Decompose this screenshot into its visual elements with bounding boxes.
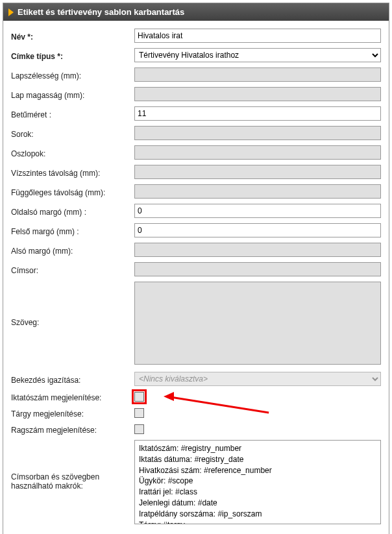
bottommargin-label: Alsó margó (mm): (11, 245, 134, 256)
dialog-title: Etikett és tértivevény sablon karbantart… (18, 7, 184, 17)
name-label: Név *: (11, 30, 134, 42)
macros-list[interactable]: Iktatószám: #registry_numberIktatás dátu… (134, 440, 381, 524)
titlebar: Etikett és tértivevény sablon karbantart… (3, 3, 389, 21)
macro-line: Jelenlegi dátum: #date (139, 498, 376, 509)
fontsize-input[interactable] (134, 106, 381, 121)
align-select[interactable]: <Nincs kiválasztva> (134, 372, 381, 386)
sidemargin-input[interactable] (134, 204, 381, 218)
hgap-label: Vízszintes távolság (mm): (11, 167, 134, 178)
width-label: Lapszélesség (mm): (11, 69, 134, 80)
macro-line: Tárgy: #targy (139, 520, 376, 524)
type-label: Címke típus *: (11, 50, 134, 61)
dialog: Etikett és tértivevény sablon karbantart… (3, 3, 389, 534)
name-input[interactable] (134, 29, 381, 43)
vgap-input[interactable] (134, 184, 381, 199)
topmargin-label: Felső margó (mm) : (11, 225, 134, 236)
rows-label: Sorok: (11, 128, 134, 139)
show-subject-label: Tárgy megjelenítése: (11, 407, 134, 419)
topmargin-input[interactable] (134, 223, 381, 237)
fontsize-label: Betűméret : (11, 108, 134, 119)
macro-line: Iktatószám: #registry_number (139, 443, 376, 454)
hgap-input[interactable] (134, 165, 381, 179)
macro-line: Hivatkozási szám: #reference_number (139, 465, 376, 476)
show-regnum-checkbox[interactable] (134, 392, 144, 402)
height-label: Lap magasság (mm): (11, 89, 134, 100)
macro-line: Irattári jel: #class (139, 487, 376, 498)
height-input[interactable] (134, 87, 381, 101)
sidemargin-label: Oldalsó margó (mm) : (11, 206, 134, 217)
align-label: Bekezdés igazítása: (11, 374, 134, 385)
show-subject-checkbox[interactable] (134, 408, 144, 418)
rows-input[interactable] (134, 126, 381, 140)
form-body: Név *: Címke típus *: Tértivevény Hivata… (3, 21, 389, 534)
macros-label: Címsorban és szövegben használható makró… (11, 440, 134, 491)
cols-label: Oszlopok: (11, 147, 134, 158)
macro-line: Ügykör: #scope (139, 476, 376, 487)
bottommargin-input[interactable] (134, 243, 381, 257)
headerrow-input[interactable] (134, 262, 381, 276)
show-sticknum-label: Ragszám megjelenítése: (11, 424, 134, 435)
macro-line: Iratpéldány sorszáma: #ip_sorszam (139, 509, 376, 520)
macro-line: Iktatás dátuma: #registry_date (139, 454, 376, 465)
show-regnum-label: Iktatószám megjelenítése: (11, 391, 134, 402)
show-sticknum-checkbox[interactable] (134, 424, 144, 434)
width-input[interactable] (134, 67, 381, 82)
cols-input[interactable] (134, 145, 381, 160)
headerrow-label: Címsor: (11, 264, 134, 275)
text-label: Szöveg: (11, 282, 134, 327)
text-textarea[interactable] (134, 282, 381, 365)
vgap-label: Függőleges távolság (mm): (11, 186, 134, 197)
title-arrow-icon (8, 8, 14, 16)
type-select[interactable]: Tértivevény Hivatalos irathoz (134, 48, 381, 62)
